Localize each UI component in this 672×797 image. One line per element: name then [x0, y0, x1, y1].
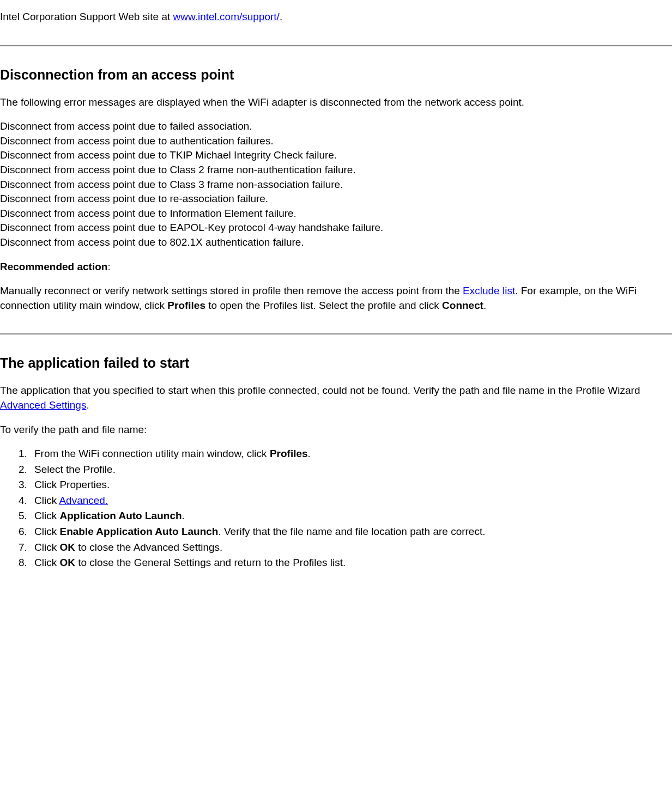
app-intro-pre: The application that you specified to st…: [0, 385, 640, 396]
error-item: Disconnect from access point due to EAPO…: [0, 221, 672, 235]
step-1: From the WiFi connection utility main wi…: [30, 447, 672, 461]
step6-pre: Click: [34, 526, 59, 537]
verify-label: To verify the path and file name:: [0, 423, 672, 437]
step5-bold: Application Auto Launch: [59, 510, 181, 521]
disconnection-intro: The following error messages are display…: [0, 95, 672, 110]
step4-pre: Click: [34, 495, 59, 506]
heading-disconnection: Disconnection from an access point: [0, 65, 672, 84]
rec-text-pre: Manually reconnect or verify network set…: [0, 285, 463, 296]
step6-bold: Enable Application Auto Launch: [59, 526, 218, 537]
error-item: Disconnect from access point due to auth…: [0, 134, 672, 149]
recommended-action-bold: Recommended action: [0, 261, 107, 272]
error-item: Disconnect from access point due to TKIP…: [0, 148, 672, 163]
rec-text-mid2: to open the Profiles list. Select the pr…: [205, 300, 442, 311]
heading-app-failed: The application failed to start: [0, 354, 672, 373]
error-list: Disconnect from access point due to fail…: [0, 119, 672, 250]
error-item: Disconnect from access point due to 802.…: [0, 235, 672, 250]
step8-end: to close the General Settings and return…: [75, 557, 346, 568]
step-4: Click Advanced.: [30, 494, 672, 508]
step-5: Click Application Auto Launch.: [30, 509, 672, 524]
recommended-action-label: Recommended action:: [0, 260, 672, 275]
recommended-action-colon: :: [107, 261, 110, 272]
step1-pre: From the WiFi connection utility main wi…: [34, 448, 270, 459]
intel-support-link[interactable]: www.intel.com/support/: [173, 11, 280, 22]
step7-bold: OK: [59, 542, 75, 553]
step1-bold: Profiles: [270, 448, 308, 459]
step5-pre: Click: [34, 510, 59, 521]
step7-end: to close the Advanced Settings.: [75, 542, 222, 553]
intro-paragraph: Intel Corporation Support Web site at ww…: [0, 10, 672, 25]
error-item: Disconnect from access point due to re-a…: [0, 192, 672, 206]
rec-connect-bold: Connect: [442, 300, 483, 311]
step-6: Click Enable Application Auto Launch. Ve…: [30, 525, 672, 539]
app-failed-intro: The application that you specified to st…: [0, 384, 672, 412]
step5-end: .: [182, 510, 185, 521]
step8-pre: Click: [34, 557, 59, 568]
recommended-action-text: Manually reconnect or verify network set…: [0, 284, 672, 313]
divider-2: [0, 333, 672, 334]
advanced-link[interactable]: Advanced.: [59, 495, 108, 506]
step6-end: . Verify that the file name and file loc…: [218, 526, 485, 537]
step-3: Click Properties.: [30, 478, 672, 492]
advanced-settings-link[interactable]: Advanced Settings: [0, 399, 86, 411]
app-intro-end: .: [86, 399, 89, 411]
error-item: Disconnect from access point due to Clas…: [0, 163, 672, 178]
step-2: Select the Profile.: [30, 463, 672, 477]
step-8: Click OK to close the General Settings a…: [30, 556, 672, 570]
error-item: Disconnect from access point due to Info…: [0, 206, 672, 221]
error-item: Disconnect from access point due to fail…: [0, 119, 672, 134]
error-item: Disconnect from access point due to Clas…: [0, 178, 672, 192]
step7-pre: Click: [34, 542, 59, 553]
steps-list: From the WiFi connection utility main wi…: [0, 447, 672, 570]
exclude-list-link[interactable]: Exclude list: [463, 285, 515, 296]
step8-bold: OK: [59, 557, 75, 568]
rec-text-end: .: [483, 300, 486, 311]
divider-1: [0, 45, 672, 46]
rec-profiles-bold: Profiles: [167, 300, 205, 311]
intro-text-suffix: .: [280, 11, 282, 22]
intro-text-prefix: Intel Corporation Support Web site at: [0, 11, 173, 22]
step-7: Click OK to close the Advanced Settings.: [30, 540, 672, 555]
step1-end: .: [308, 448, 311, 459]
